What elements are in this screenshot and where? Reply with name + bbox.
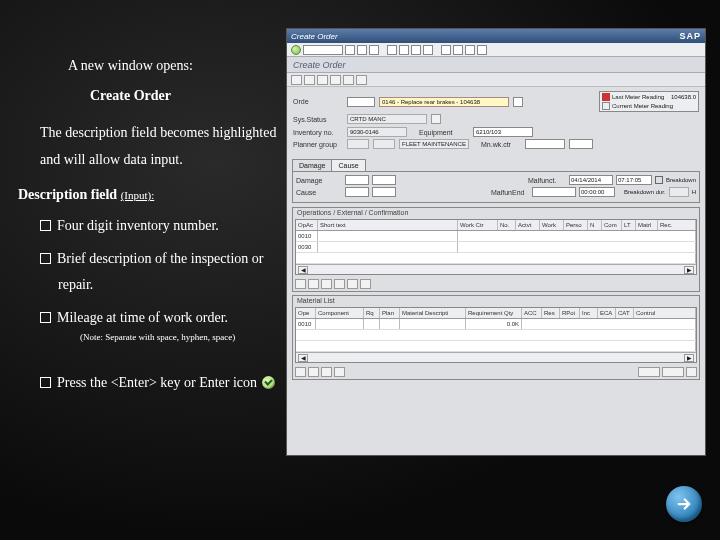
ops-button[interactable] — [308, 279, 319, 289]
sap-window: Create Order SAP Create Order — [286, 28, 706, 456]
app-button[interactable] — [304, 75, 315, 85]
op-cell[interactable] — [458, 231, 696, 241]
flag-icon — [602, 93, 610, 101]
table-row[interactable] — [296, 330, 696, 341]
malf-date-field[interactable]: 04/14/2014 — [569, 175, 613, 185]
ops-button[interactable] — [321, 279, 332, 289]
mcol-acc: ACC — [522, 308, 542, 318]
scroll-right-button[interactable]: ▶ — [684, 354, 694, 362]
check-text-press: Press the <Enter> key or Enter icon — [57, 375, 257, 390]
mat-cell[interactable]: 0010 — [296, 319, 316, 329]
lookup-button[interactable] — [513, 97, 523, 107]
equipment-field[interactable]: 6210/103 — [473, 127, 533, 137]
description-field[interactable]: 0146 - Replace rear brakes - 104638 — [379, 97, 509, 107]
mat-cell[interactable] — [316, 319, 364, 329]
damage-code-field[interactable] — [345, 175, 369, 185]
toolbar-icon[interactable] — [465, 45, 475, 55]
mat-qty-cell[interactable]: 0.0K — [466, 319, 522, 329]
op-cell[interactable]: 0010 — [296, 231, 318, 241]
mat-cell[interactable] — [364, 319, 380, 329]
col-lt: LT — [622, 220, 636, 230]
app-button[interactable] — [330, 75, 341, 85]
mat-button[interactable] — [321, 367, 332, 377]
table-row[interactable] — [296, 341, 696, 352]
damage-code2-field[interactable] — [372, 175, 396, 185]
wkctr-field[interactable] — [525, 139, 565, 149]
mcol-control: Control — [634, 308, 696, 318]
scroll-left-button[interactable]: ◀ — [298, 354, 308, 362]
description-field-label: Description field (Input): — [18, 187, 278, 203]
mat-cell[interactable] — [296, 341, 696, 351]
toolbar-icon[interactable] — [399, 45, 409, 55]
mat-cell[interactable] — [400, 319, 466, 329]
toolbar-icon[interactable] — [411, 45, 421, 55]
toolbar-icon[interactable] — [441, 45, 451, 55]
op-cell[interactable]: 0030 — [296, 242, 318, 252]
tabstrip: Damage Cause — [292, 159, 700, 171]
col-work: Work — [540, 220, 564, 230]
next-slide-button[interactable] — [666, 486, 702, 522]
toolbar-icon[interactable] — [345, 45, 355, 55]
table-row[interactable]: 0010 0.0K — [296, 319, 696, 330]
mat-button[interactable] — [638, 367, 660, 377]
dur-unit: H — [692, 189, 696, 195]
ops-button[interactable] — [360, 279, 371, 289]
toolbar-icon[interactable] — [357, 45, 367, 55]
mcol-inc: Inc — [580, 308, 598, 318]
check-item-3: Mileage at time of work order. — [40, 305, 278, 330]
toolbar-icon[interactable] — [423, 45, 433, 55]
op-cell[interactable] — [458, 242, 696, 252]
mat-button[interactable] — [662, 367, 684, 377]
app-button[interactable] — [343, 75, 354, 85]
mat-button[interactable] — [308, 367, 319, 377]
scroll-left-button[interactable]: ◀ — [298, 266, 308, 274]
toolbar-icon[interactable] — [369, 45, 379, 55]
malfend-time-field[interactable]: 00:00:00 — [579, 187, 615, 197]
app-button[interactable] — [356, 75, 367, 85]
checklist: Four digit inventory number. Brief descr… — [40, 213, 278, 395]
scroll-right-button[interactable]: ▶ — [684, 266, 694, 274]
app-button[interactable] — [317, 75, 328, 85]
wkctr-field2[interactable] — [569, 139, 593, 149]
mat-cell[interactable] — [296, 330, 696, 340]
op-cell[interactable] — [318, 242, 458, 252]
cause-code2-field[interactable] — [372, 187, 396, 197]
op-cell[interactable] — [318, 231, 458, 241]
mat-cell[interactable] — [380, 319, 400, 329]
ops-button[interactable] — [347, 279, 358, 289]
table-row[interactable]: 0030 — [296, 242, 696, 253]
ops-header-row: OpAc Short text Work Ctr No. Actvt Work … — [296, 220, 696, 231]
malfend-date-field[interactable] — [532, 187, 576, 197]
ops-button[interactable] — [334, 279, 345, 289]
toolbar-icon[interactable] — [477, 45, 487, 55]
table-row[interactable]: 0010 — [296, 231, 696, 242]
command-field[interactable] — [303, 45, 343, 55]
toolbar-icon[interactable] — [387, 45, 397, 55]
tab-damage[interactable]: Damage — [292, 159, 332, 171]
status-detail-button[interactable] — [431, 114, 441, 124]
app-button[interactable] — [291, 75, 302, 85]
cause-code-field[interactable] — [345, 187, 369, 197]
op-cell[interactable] — [296, 253, 696, 263]
ops-button[interactable] — [295, 279, 306, 289]
dur-label: Breakdown dur. — [624, 189, 666, 195]
operations-grid: OpAc Short text Work Ctr No. Actvt Work … — [295, 219, 697, 275]
planner-field2 — [373, 139, 395, 149]
mat-button[interactable] — [334, 367, 345, 377]
mcol-component: Component — [316, 308, 364, 318]
malf-time-field[interactable]: 07:17:05 — [616, 175, 652, 185]
toolbar-icon[interactable] — [453, 45, 463, 55]
order-type-field[interactable] — [347, 97, 375, 107]
mat-button[interactable] — [686, 367, 697, 377]
tab-cause[interactable]: Cause — [331, 159, 365, 171]
accept-icon[interactable] — [291, 45, 301, 55]
breakdown-checkbox[interactable] — [655, 176, 663, 184]
damage-label: Damage — [296, 177, 342, 184]
mat-cell[interactable] — [522, 319, 696, 329]
col-perso: Perso — [564, 220, 588, 230]
table-row[interactable] — [296, 253, 696, 264]
sap-buttonbar — [287, 73, 705, 87]
malf-date-value: 04/14/2014 — [571, 177, 601, 183]
mat-button[interactable] — [295, 367, 306, 377]
inventory-field: 9030-0146 — [347, 127, 407, 137]
